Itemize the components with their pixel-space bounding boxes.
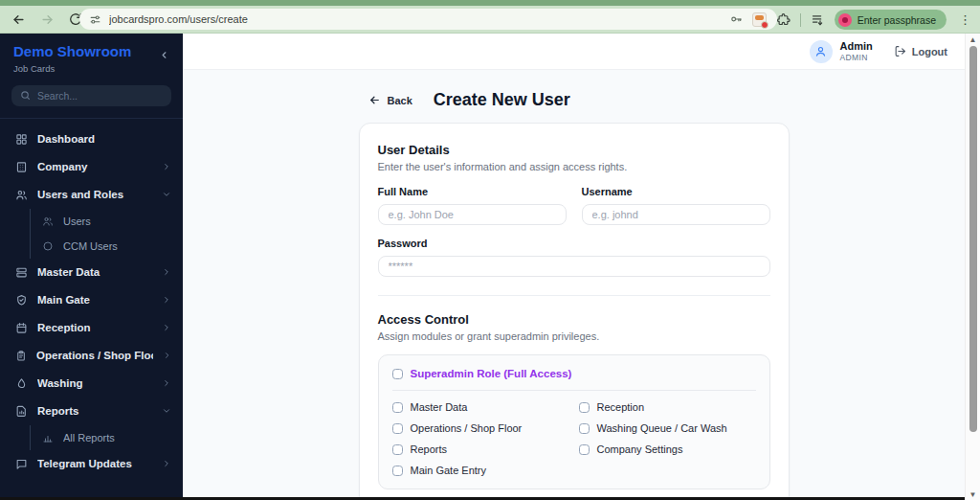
scrollbar-thumb[interactable]	[969, 46, 977, 432]
page-title: Create New User	[434, 90, 570, 110]
extension-badge	[761, 21, 768, 29]
profile-pink-icon	[838, 13, 852, 27]
users-icon	[42, 216, 54, 227]
clipboard-icon	[15, 350, 27, 362]
module-checkbox-row-main-gate-entry[interactable]: Main Gate Entry	[392, 465, 569, 476]
sidebar-item-all-reports[interactable]: All Reports	[31, 425, 183, 450]
module-checkbox[interactable]	[392, 444, 403, 455]
logout-label: Logout	[912, 46, 947, 57]
chevron-right-icon	[162, 378, 171, 388]
sidebar-item-master-data[interactable]: Master Data	[0, 259, 183, 286]
back-button[interactable]: Back	[368, 94, 412, 106]
full-name-label: Full Name	[378, 186, 567, 197]
grid-icon	[15, 133, 28, 146]
sidebar-item-telegram-updates[interactable]: Telegram Updates	[0, 450, 183, 478]
module-checkbox-row-washing-queue[interactable]: Washing Queue / Car Wash	[579, 422, 756, 434]
server-icon	[15, 266, 28, 279]
circle-icon	[42, 240, 54, 252]
password-input[interactable]	[378, 256, 770, 277]
superadmin-label: Superadmin Role (Full Access)	[411, 368, 572, 379]
user-details-heading: User Details	[378, 143, 770, 157]
access-control-heading: Access Control	[378, 312, 770, 327]
create-user-card: User Details Enter the user's informatio…	[359, 123, 790, 500]
scrollbar-down-arrow-icon[interactable]: ▼	[966, 489, 980, 500]
password-field-group: Password	[378, 238, 770, 277]
access-control-box: Superadmin Role (Full Access) Master Dat…	[378, 354, 770, 489]
reading-list-icon[interactable]	[811, 12, 825, 27]
module-checkbox[interactable]	[579, 444, 590, 455]
username-label: Username	[582, 186, 770, 197]
user-details-subheading: Enter the user's information and assign …	[378, 161, 770, 172]
browser-toolbar: jobcardspro.com/users/create Enter passp…	[0, 6, 980, 34]
sidebar-item-ccm-users[interactable]: CCM Users	[31, 234, 183, 259]
module-checkbox[interactable]	[579, 423, 590, 434]
username-input[interactable]	[582, 204, 770, 225]
module-checkbox-row-operations[interactable]: Operations / Shop Floor	[392, 422, 569, 434]
sidebar-search-input[interactable]: Search...	[11, 85, 171, 106]
sidebar-menu: Dashboard Company Users and Roles Users …	[0, 119, 183, 478]
password-label: Password	[378, 238, 770, 249]
username-field-group: Username	[582, 186, 770, 225]
brand-subtitle: Job Cards	[13, 63, 131, 74]
building-icon	[15, 161, 28, 173]
module-checkbox-row-reports[interactable]: Reports	[392, 443, 569, 455]
enter-passphrase-button[interactable]: Enter passphrase	[835, 10, 947, 30]
puzzle-icon[interactable]	[776, 12, 791, 27]
scrollbar-up-arrow-icon[interactable]: ▲	[966, 34, 980, 45]
main-content: Back Create New User User Details Enter …	[183, 70, 965, 500]
chevron-right-icon	[162, 459, 171, 468]
sidebar-item-operations-shop-floor[interactable]: Operations / Shop Floor	[0, 342, 183, 370]
sidebar-collapse-icon[interactable]	[159, 50, 169, 60]
chevron-right-icon	[162, 162, 171, 171]
sidebar: Demo Showroom Job Cards Search... Dashbo…	[0, 34, 183, 500]
report-icon	[15, 405, 28, 418]
search-icon	[20, 90, 31, 101]
superadmin-checkbox[interactable]	[392, 369, 403, 379]
toolbar-separator	[800, 13, 801, 27]
sidebar-item-dashboard[interactable]: Dashboard	[0, 125, 183, 153]
sidebar-item-washing[interactable]: Washing	[0, 370, 183, 398]
brand-title: Demo Showroom	[13, 44, 131, 60]
sidebar-item-company[interactable]: Company	[0, 153, 183, 181]
back-icon[interactable]	[11, 12, 26, 27]
forward-icon[interactable]	[40, 12, 55, 27]
full-name-field-group: Full Name	[378, 186, 567, 225]
sidebar-item-users-and-roles[interactable]: Users and Roles	[0, 181, 183, 209]
chevron-right-icon	[162, 323, 171, 332]
shield-icon	[15, 294, 28, 307]
logout-button[interactable]: Logout	[894, 45, 947, 57]
module-checkbox[interactable]	[392, 402, 403, 413]
sidebar-item-users[interactable]: Users	[31, 209, 183, 234]
sidebar-item-main-gate[interactable]: Main Gate	[0, 286, 183, 314]
user-name: Admin	[840, 40, 873, 52]
access-control-subheading: Assign modules or grant superadmin privi…	[378, 330, 770, 342]
user-chip[interactable]: Admin ADMIN	[810, 40, 873, 63]
module-checkbox[interactable]	[392, 466, 403, 476]
key-icon[interactable]	[729, 12, 743, 26]
module-checkbox[interactable]	[392, 423, 403, 434]
module-checkbox[interactable]	[579, 402, 590, 413]
users-icon	[15, 189, 28, 201]
section-divider	[378, 295, 770, 296]
sidebar-item-reception[interactable]: Reception	[0, 314, 183, 342]
scrollbar[interactable]: ▲ ▼	[965, 34, 980, 500]
sidebar-item-reports[interactable]: Reports	[0, 398, 183, 425]
chevron-right-icon	[163, 351, 171, 360]
brand-block: Demo Showroom Job Cards	[13, 44, 131, 74]
site-info-icon[interactable]	[89, 13, 101, 26]
user-role: ADMIN	[840, 53, 873, 62]
url-text[interactable]: jobcardspro.com/users/create	[109, 13, 729, 25]
module-checkbox-row-company-settings[interactable]: Company Settings	[579, 443, 756, 455]
module-checkbox-row-master-data[interactable]: Master Data	[392, 401, 569, 413]
browser-chrome: jobcardspro.com/users/create Enter passp…	[0, 0, 980, 34]
module-checkbox-row-reception[interactable]: Reception	[579, 401, 756, 413]
extension-with-badge-icon[interactable]	[752, 12, 767, 27]
full-name-input[interactable]	[378, 204, 567, 225]
droplet-icon	[15, 377, 28, 390]
users-and-roles-submenu: Users CCM Users	[30, 209, 183, 259]
address-bar[interactable]: jobcardspro.com/users/create	[79, 9, 777, 30]
avatar	[810, 40, 833, 63]
chevron-down-icon	[162, 190, 171, 199]
superadmin-checkbox-row[interactable]: Superadmin Role (Full Access)	[392, 368, 756, 391]
kebab-menu-icon[interactable]: ⋮	[956, 13, 974, 26]
